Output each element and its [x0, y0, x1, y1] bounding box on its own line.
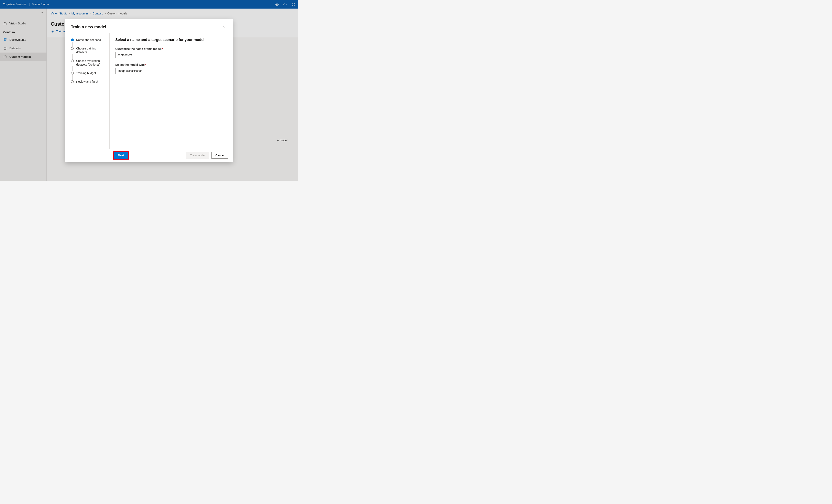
header-service-name: Cognitive Services: [3, 3, 26, 6]
cancel-button-label: Cancel: [215, 154, 224, 157]
step-dot-icon: [71, 72, 74, 75]
wizard-step-evaluation-datasets[interactable]: Choose evaluation datasets (Optional): [71, 59, 107, 67]
svg-rect-4: [4, 38, 5, 39]
sidebar-home[interactable]: Vision Studio: [0, 19, 47, 28]
custom-models-icon: [3, 55, 7, 59]
dialog-header: Train a new model: [65, 19, 233, 33]
sidebar-item-label: Datasets: [9, 47, 21, 50]
wizard-step-training-budget[interactable]: Training budget: [71, 71, 107, 75]
header-title-group: Cognitive Services | Vision Studio: [3, 3, 49, 6]
sidebar-item-custom-models[interactable]: Custom models: [0, 53, 47, 61]
step-label: Review and finish: [76, 80, 99, 83]
step-dot-icon: [71, 80, 74, 83]
step-connector: [72, 42, 73, 47]
svg-rect-5: [5, 38, 6, 39]
sidebar-resource-label: Contoso: [0, 28, 47, 35]
breadcrumb-item[interactable]: My resources: [71, 12, 88, 15]
breadcrumb: Vision Studio › My resources › Contoso ›…: [47, 8, 298, 16]
step-connector: [72, 54, 73, 59]
sidebar-item-datasets[interactable]: Datasets: [0, 44, 47, 53]
step-heading: Select a name and a target scenario for …: [115, 38, 227, 42]
chevron-down-icon: [222, 70, 225, 72]
header-actions: ?: [275, 2, 295, 6]
deployments-icon: [3, 38, 7, 42]
chevron-right-icon: ›: [90, 12, 91, 15]
type-field-label-text: Select the model type: [115, 63, 145, 67]
datasets-icon: [3, 47, 7, 50]
train-model-dialog: Train a new model Name and scenario Choo…: [65, 19, 233, 162]
train-link-label: Train a: [56, 30, 65, 33]
wizard-steps: Name and scenario Choose training datase…: [65, 33, 110, 149]
wizard-step-name-scenario[interactable]: Name and scenario: [71, 38, 107, 42]
header-divider: |: [29, 3, 30, 6]
model-type-select[interactable]: Image classification: [115, 68, 227, 74]
collapse-sidebar-icon[interactable]: [41, 11, 44, 14]
next-button-label: Next: [118, 154, 124, 157]
wizard-step-training-datasets[interactable]: Choose training datasets: [71, 47, 107, 54]
left-sidebar: Vision Studio Contoso Deployments Datase…: [0, 8, 47, 181]
wizard-content: Select a name and a target scenario for …: [110, 33, 233, 149]
breadcrumb-item[interactable]: Contoso: [93, 12, 103, 15]
train-button-label: Train model: [190, 154, 205, 157]
chevron-right-icon: ›: [69, 12, 70, 15]
step-dot-icon: [71, 59, 74, 62]
home-icon: [3, 22, 7, 25]
svg-point-1: [292, 3, 295, 6]
global-header: Cognitive Services | Vision Studio ?: [0, 0, 298, 8]
breadcrumb-item[interactable]: Vision Studio: [51, 12, 67, 15]
step-connector: [72, 75, 73, 80]
dialog-footer: Next Train model Cancel: [65, 149, 233, 162]
settings-gear-icon[interactable]: [275, 2, 279, 6]
step-label: Name and scenario: [76, 38, 101, 42]
step-label: Choose evaluation datasets (Optional): [76, 59, 107, 67]
type-field-label: Select the model type*: [115, 63, 227, 67]
name-field-label: Customize the name of this model*: [115, 47, 227, 51]
step-label: Training budget: [76, 71, 96, 75]
dialog-title: Train a new model: [71, 25, 106, 29]
header-product-name: Vision Studio: [32, 3, 49, 6]
sidebar-item-label: Custom models: [9, 55, 31, 58]
required-asterisk: *: [145, 63, 146, 67]
step-dot-icon: [71, 47, 74, 50]
plus-icon: ＋: [51, 29, 54, 34]
step-label: Choose training datasets: [76, 47, 107, 54]
model-name-input[interactable]: [115, 52, 227, 58]
step-connector: [72, 67, 73, 71]
cancel-button[interactable]: Cancel: [211, 152, 228, 159]
feedback-smiley-icon[interactable]: [291, 2, 295, 6]
background-text-fragment: e model: [277, 139, 287, 142]
svg-point-9: [4, 47, 6, 48]
wizard-step-review[interactable]: Review and finish: [71, 80, 107, 83]
chevron-right-icon: ›: [105, 12, 106, 15]
step-dot-icon: [71, 38, 74, 41]
sidebar-home-label: Vision Studio: [9, 22, 26, 25]
next-button[interactable]: Next: [114, 152, 128, 159]
svg-point-0: [277, 4, 277, 5]
close-dialog-button[interactable]: [220, 24, 227, 30]
sidebar-item-deployments[interactable]: Deployments: [0, 35, 47, 44]
breadcrumb-item-current: Custom models: [107, 12, 127, 15]
model-type-selected-value: Image classification: [118, 69, 142, 73]
help-dropdown-icon[interactable]: ?: [283, 2, 287, 6]
name-field-label-text: Customize the name of this model: [115, 47, 161, 51]
required-asterisk: *: [162, 47, 163, 51]
sidebar-item-label: Deployments: [9, 38, 26, 41]
train-model-button: Train model: [186, 152, 209, 159]
